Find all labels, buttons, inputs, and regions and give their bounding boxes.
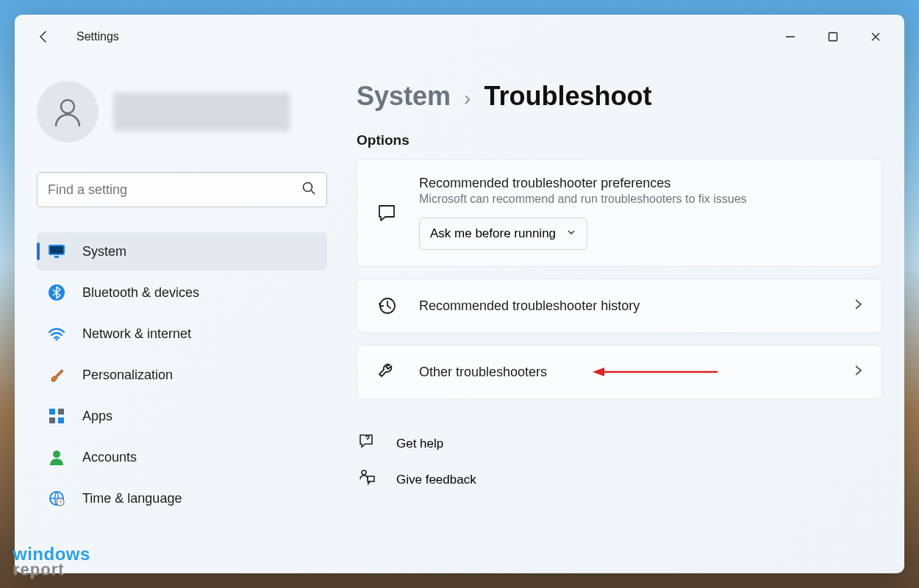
person-icon — [47, 448, 66, 467]
sidebar: System Bluetooth & devices Network & int… — [15, 59, 349, 573]
svg-point-21 — [362, 470, 366, 475]
feedback-label: Give feedback — [396, 473, 476, 487]
chat-icon — [375, 203, 398, 223]
avatar — [37, 81, 99, 143]
breadcrumb-current: Troubleshoot — [484, 81, 651, 112]
apps-icon — [47, 406, 66, 426]
nav-label: Personalization — [82, 368, 173, 383]
card-preferences: Recommended troubleshooter preferences M… — [357, 159, 882, 267]
nav-label: Bluetooth & devices — [82, 285, 199, 301]
svg-rect-12 — [49, 417, 55, 423]
nav-time-language[interactable]: Time & language — [37, 479, 327, 517]
nav-network[interactable]: Network & internet — [37, 315, 327, 353]
svg-rect-13 — [58, 417, 64, 423]
search-icon — [301, 181, 316, 198]
nav-bluetooth[interactable]: Bluetooth & devices — [37, 273, 327, 312]
give-feedback-link[interactable]: Give feedback — [357, 462, 882, 498]
breadcrumb-parent[interactable]: System — [357, 81, 451, 112]
nav-label: Time & language — [82, 491, 182, 506]
chevron-right-icon — [852, 298, 864, 313]
close-button[interactable] — [854, 22, 897, 51]
card-title: Recommended troubleshooter history — [419, 298, 852, 314]
chevron-down-icon — [566, 226, 576, 241]
chevron-right-icon: › — [464, 87, 471, 110]
svg-rect-22 — [368, 476, 374, 481]
titlebar: Settings — [15, 15, 904, 59]
breadcrumb: System › Troubleshoot — [357, 81, 882, 112]
maximize-button[interactable] — [812, 22, 854, 51]
wrench-icon — [375, 362, 398, 382]
feedback-icon — [358, 469, 376, 490]
back-button[interactable] — [32, 25, 56, 49]
nav-system[interactable]: System — [37, 232, 327, 270]
main-pane: System › Troubleshoot Options Recommende… — [349, 59, 904, 573]
nav-label: System — [82, 244, 126, 259]
search-box[interactable] — [37, 172, 327, 207]
brush-icon — [47, 365, 66, 384]
nav-accounts[interactable]: Accounts — [37, 438, 327, 476]
get-help-link[interactable]: Get help — [357, 426, 882, 462]
app-title: Settings — [76, 30, 119, 43]
minimize-button[interactable] — [769, 22, 812, 51]
help-label: Get help — [396, 437, 443, 451]
nav-list: System Bluetooth & devices Network & int… — [37, 232, 327, 517]
svg-rect-1 — [829, 33, 837, 41]
svg-point-9 — [55, 338, 57, 340]
svg-point-3 — [304, 183, 312, 192]
search-input[interactable] — [48, 182, 301, 198]
nav-apps[interactable]: Apps — [37, 397, 327, 435]
svg-rect-7 — [54, 256, 59, 258]
card-other-troubleshooters[interactable]: Other troubleshooters — [357, 345, 882, 399]
svg-rect-10 — [49, 409, 55, 415]
svg-line-4 — [312, 191, 315, 195]
profile-name-redacted — [113, 93, 290, 131]
options-heading: Options — [357, 132, 882, 148]
nav-label: Apps — [82, 409, 112, 424]
bluetooth-icon — [47, 283, 66, 302]
nav-personalization[interactable]: Personalization — [37, 356, 327, 394]
help-icon — [358, 433, 376, 454]
card-title: Other troubleshooters — [419, 365, 852, 380]
svg-point-14 — [53, 451, 60, 458]
wifi-icon — [47, 324, 66, 343]
window-controls — [769, 22, 897, 51]
card-title: Recommended troubleshooter preferences — [419, 176, 864, 191]
preferences-dropdown[interactable]: Ask me before running — [419, 218, 587, 250]
card-history[interactable]: Recommended troubleshooter history — [357, 279, 882, 333]
history-icon — [375, 295, 398, 316]
profile-block[interactable] — [37, 81, 327, 143]
dropdown-value: Ask me before running — [430, 226, 556, 241]
card-subtitle: Microsoft can recommend and run troubles… — [419, 193, 864, 206]
display-icon — [47, 242, 66, 261]
nav-label: Network & internet — [82, 326, 191, 342]
svg-rect-6 — [50, 246, 63, 254]
nav-label: Accounts — [82, 450, 137, 465]
svg-rect-11 — [58, 409, 64, 415]
chevron-right-icon — [852, 365, 864, 379]
globe-clock-icon — [47, 489, 66, 508]
svg-point-2 — [61, 100, 74, 113]
settings-window: Settings System — [15, 15, 904, 573]
